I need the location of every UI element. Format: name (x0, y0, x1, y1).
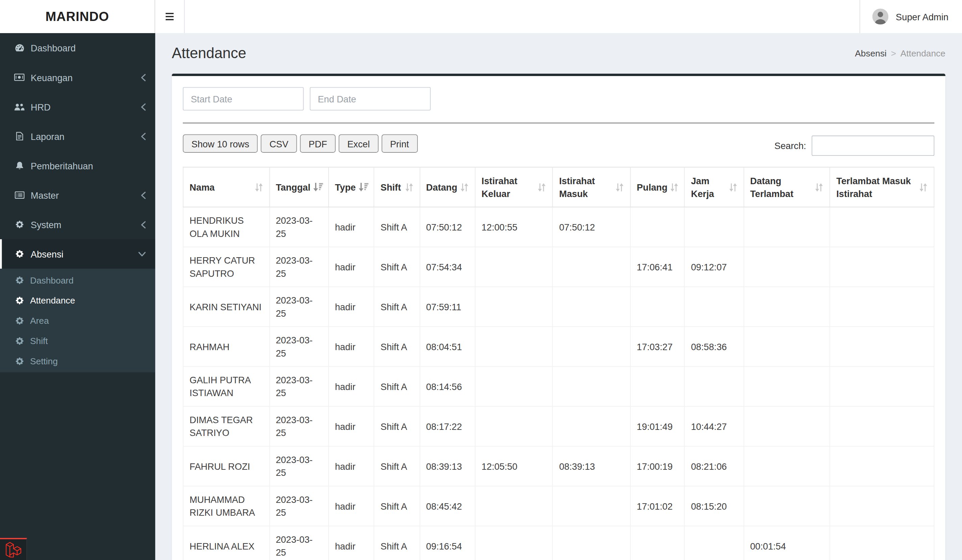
cell-terlambat-masuk-istirahat (830, 486, 934, 526)
column-header-jam-kerja[interactable]: Jam Kerja (684, 167, 744, 207)
column-header-istirahat-masuk[interactable]: Istirahat Masuk (553, 167, 630, 207)
column-header-shift[interactable]: Shift (374, 167, 420, 207)
cell-jam-kerja: 10:44:27 (684, 406, 744, 446)
sort-icon (405, 182, 413, 192)
column-label: Type (335, 181, 356, 194)
cell-pulang (630, 207, 684, 247)
column-header-pulang[interactable]: Pulang (630, 167, 684, 207)
sidebar-subitem-attendance[interactable]: Attendance (0, 290, 155, 310)
cell-terlambat-masuk-istirahat (830, 207, 934, 247)
sidebar-item-absensi[interactable]: Absensi (0, 239, 155, 269)
table-header-row: NamaTanggalTypeShiftDatangIstirahat Kelu… (183, 167, 934, 207)
cell-nama: HERRY CATUR SAPUTRO (183, 247, 270, 287)
cell-nama: FAHRUL ROZI (183, 446, 270, 486)
cell-datang-terlambat: 00:01:54 (744, 526, 830, 560)
cell-istirahat-keluar (475, 366, 553, 406)
cell-nama: KARIN SETIYANI (183, 287, 270, 327)
sidebar-subitem-label: Shift (30, 336, 48, 346)
logo-area[interactable]: MARINDO (0, 0, 155, 33)
sort-icon (670, 182, 678, 192)
cell-shift: Shift A (374, 207, 420, 247)
cell-nama: HERLINA ALEX (183, 526, 270, 560)
cell-datang: 08:39:13 (420, 446, 475, 486)
user-photo (872, 8, 888, 24)
cell-istirahat-keluar (475, 526, 553, 560)
app: MARINDO Super Admin DashboardKeuanganHRD… (0, 0, 962, 560)
cell-istirahat-masuk (553, 526, 630, 560)
chevron-left-icon (140, 191, 146, 199)
column-label: Istirahat Keluar (482, 174, 536, 200)
page-title: Attendance (172, 45, 246, 62)
sidebar-subitem-setting[interactable]: Setting (0, 351, 155, 371)
cell-shift: Shift A (374, 247, 420, 287)
column-header-datang-terlambat[interactable]: Datang Terlambat (744, 167, 830, 207)
table-row: FAHRUL ROZI2023-03-25hadirShift A08:39:1… (183, 446, 934, 486)
cell-datang: 07:59:11 (420, 287, 475, 327)
page-size-button[interactable]: Show 10 rows (183, 134, 258, 152)
sidebar-item-keuangan[interactable]: Keuangan (0, 63, 155, 92)
laravel-debugbar-toggle[interactable] (0, 538, 27, 560)
sidebar-item-hrd[interactable]: HRD (0, 92, 155, 121)
cell-istirahat-masuk (553, 486, 630, 526)
column-header-datang[interactable]: Datang (420, 167, 475, 207)
cell-pulang (630, 366, 684, 406)
search-box: Search: (775, 136, 934, 156)
cell-datang-terlambat (744, 446, 830, 486)
user-menu[interactable]: Super Admin (860, 0, 962, 33)
sidebar-item-laporan[interactable]: Laporan (0, 121, 155, 151)
money-icon (13, 74, 25, 81)
table-row: GALIH PUTRA ISTIAWAN2023-03-25hadirShift… (183, 366, 934, 406)
cell-istirahat-keluar (475, 326, 553, 366)
cell-istirahat-masuk (553, 406, 630, 446)
print-button[interactable]: Print (381, 134, 418, 152)
breadcrumb-parent[interactable]: Absensi (855, 48, 887, 58)
sidebar-item-dashboard[interactable]: Dashboard (0, 33, 155, 63)
cell-istirahat-keluar (475, 406, 553, 446)
sidebar-subitem-shift[interactable]: Shift (0, 331, 155, 351)
column-header-nama[interactable]: Nama (183, 167, 270, 207)
export-csv-button[interactable]: CSV (261, 134, 297, 152)
cell-tanggal: 2023-03-25 (270, 366, 329, 406)
cell-jam-kerja: 08:21:06 (684, 446, 744, 486)
cell-istirahat-keluar: 12:05:50 (475, 446, 553, 486)
sidebar-item-pemberitahuan[interactable]: Pemberitahuan (0, 151, 155, 180)
chevron-left-icon (140, 73, 146, 81)
export-excel-button[interactable]: Excel (339, 134, 378, 152)
sidebar-item-label: System (31, 219, 140, 230)
sidebar-item-system[interactable]: System (0, 210, 155, 239)
sort-desc-icon (313, 183, 323, 191)
sidebar-subitem-label: Dashboard (30, 275, 74, 285)
cell-pulang: 17:01:02 (630, 486, 684, 526)
cell-datang-terlambat (744, 287, 830, 327)
sidebar-item-master[interactable]: Master (0, 181, 155, 210)
table-toolbar: Show 10 rowsCSVPDFExcelPrint Search: (183, 134, 934, 156)
sidebar-subitem-area[interactable]: Area (0, 310, 155, 331)
cell-type: hadir (329, 526, 374, 560)
column-header-type[interactable]: Type (329, 167, 374, 207)
column-label: Datang Terlambat (750, 174, 812, 200)
column-header-istirahat-keluar[interactable]: Istirahat Keluar (475, 167, 553, 207)
cell-jam-kerja (684, 207, 744, 247)
cell-pulang (630, 526, 684, 560)
cell-shift: Shift A (374, 326, 420, 366)
cell-datang-terlambat (744, 326, 830, 366)
sidebar-toggle-button[interactable] (155, 0, 184, 33)
cell-datang-terlambat (744, 366, 830, 406)
bell-icon (13, 161, 25, 169)
end-date-input[interactable] (310, 87, 431, 111)
search-input[interactable] (812, 136, 934, 156)
sidebar-subitem-dashboard[interactable]: Dashboard (0, 270, 155, 290)
cell-datang: 09:16:54 (420, 526, 475, 560)
top-navbar: Super Admin (155, 0, 962, 33)
column-header-tanggal[interactable]: Tanggal (270, 167, 329, 207)
cell-datang: 08:14:56 (420, 366, 475, 406)
cell-jam-kerja (684, 526, 744, 560)
cell-nama: HENDRIKUS OLA MUKIN (183, 207, 270, 247)
export-pdf-button[interactable]: PDF (300, 134, 336, 152)
start-date-input[interactable] (183, 87, 304, 111)
column-header-terlambat-masuk-istirahat[interactable]: Terlambat Masuk Istirahat (830, 167, 934, 207)
table-row: HERRY CATUR SAPUTRO2023-03-25hadirShift … (183, 247, 934, 287)
cell-jam-kerja: 08:58:36 (684, 326, 744, 366)
column-label: Terlambat Masuk Istirahat (836, 174, 916, 200)
cell-datang: 08:04:51 (420, 326, 475, 366)
